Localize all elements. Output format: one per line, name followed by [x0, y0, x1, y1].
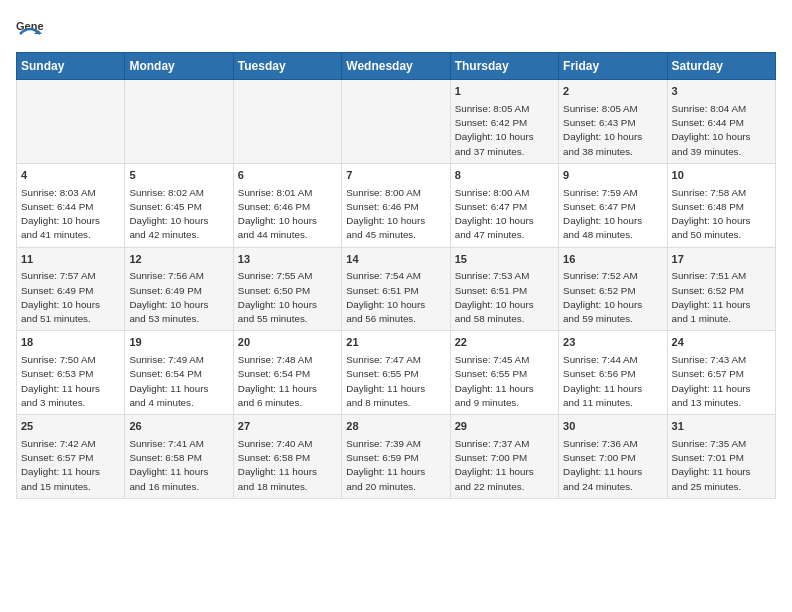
- calendar-cell: 31Sunrise: 7:35 AM Sunset: 7:01 PM Dayli…: [667, 415, 775, 499]
- calendar-cell: 2Sunrise: 8:05 AM Sunset: 6:43 PM Daylig…: [559, 80, 667, 164]
- day-number: 12: [129, 252, 228, 268]
- calendar-cell: 18Sunrise: 7:50 AM Sunset: 6:53 PM Dayli…: [17, 331, 125, 415]
- day-info: Sunrise: 7:53 AM Sunset: 6:51 PM Dayligh…: [455, 269, 554, 326]
- week-row-1: 1Sunrise: 8:05 AM Sunset: 6:42 PM Daylig…: [17, 80, 776, 164]
- week-row-4: 18Sunrise: 7:50 AM Sunset: 6:53 PM Dayli…: [17, 331, 776, 415]
- day-info: Sunrise: 7:35 AM Sunset: 7:01 PM Dayligh…: [672, 437, 771, 494]
- calendar-cell: 1Sunrise: 8:05 AM Sunset: 6:42 PM Daylig…: [450, 80, 558, 164]
- day-header-sunday: Sunday: [17, 53, 125, 80]
- day-info: Sunrise: 8:01 AM Sunset: 6:46 PM Dayligh…: [238, 186, 337, 243]
- day-header-thursday: Thursday: [450, 53, 558, 80]
- day-number: 22: [455, 335, 554, 351]
- day-info: Sunrise: 7:43 AM Sunset: 6:57 PM Dayligh…: [672, 353, 771, 410]
- day-info: Sunrise: 7:51 AM Sunset: 6:52 PM Dayligh…: [672, 269, 771, 326]
- day-number: 15: [455, 252, 554, 268]
- day-info: Sunrise: 8:05 AM Sunset: 6:42 PM Dayligh…: [455, 102, 554, 159]
- day-header-friday: Friday: [559, 53, 667, 80]
- calendar-cell: 9Sunrise: 7:59 AM Sunset: 6:47 PM Daylig…: [559, 163, 667, 247]
- page-header: General: [16, 16, 776, 44]
- day-info: Sunrise: 8:05 AM Sunset: 6:43 PM Dayligh…: [563, 102, 662, 159]
- day-info: Sunrise: 7:44 AM Sunset: 6:56 PM Dayligh…: [563, 353, 662, 410]
- week-row-2: 4Sunrise: 8:03 AM Sunset: 6:44 PM Daylig…: [17, 163, 776, 247]
- day-info: Sunrise: 7:40 AM Sunset: 6:58 PM Dayligh…: [238, 437, 337, 494]
- day-number: 29: [455, 419, 554, 435]
- calendar-cell: 25Sunrise: 7:42 AM Sunset: 6:57 PM Dayli…: [17, 415, 125, 499]
- day-info: Sunrise: 7:50 AM Sunset: 6:53 PM Dayligh…: [21, 353, 120, 410]
- logo: General: [16, 16, 48, 44]
- day-number: 30: [563, 419, 662, 435]
- day-number: 1: [455, 84, 554, 100]
- day-number: 11: [21, 252, 120, 268]
- day-number: 21: [346, 335, 445, 351]
- calendar-cell: 3Sunrise: 8:04 AM Sunset: 6:44 PM Daylig…: [667, 80, 775, 164]
- day-number: 24: [672, 335, 771, 351]
- day-info: Sunrise: 7:59 AM Sunset: 6:47 PM Dayligh…: [563, 186, 662, 243]
- calendar-cell: 22Sunrise: 7:45 AM Sunset: 6:55 PM Dayli…: [450, 331, 558, 415]
- calendar-cell: [233, 80, 341, 164]
- calendar-cell: 21Sunrise: 7:47 AM Sunset: 6:55 PM Dayli…: [342, 331, 450, 415]
- day-info: Sunrise: 7:39 AM Sunset: 6:59 PM Dayligh…: [346, 437, 445, 494]
- day-number: 23: [563, 335, 662, 351]
- day-number: 4: [21, 168, 120, 184]
- day-info: Sunrise: 8:00 AM Sunset: 6:47 PM Dayligh…: [455, 186, 554, 243]
- day-info: Sunrise: 7:55 AM Sunset: 6:50 PM Dayligh…: [238, 269, 337, 326]
- calendar-cell: 10Sunrise: 7:58 AM Sunset: 6:48 PM Dayli…: [667, 163, 775, 247]
- calendar-table: SundayMondayTuesdayWednesdayThursdayFrid…: [16, 52, 776, 499]
- calendar-cell: 19Sunrise: 7:49 AM Sunset: 6:54 PM Dayli…: [125, 331, 233, 415]
- day-number: 19: [129, 335, 228, 351]
- day-number: 14: [346, 252, 445, 268]
- day-info: Sunrise: 8:00 AM Sunset: 6:46 PM Dayligh…: [346, 186, 445, 243]
- day-header-wednesday: Wednesday: [342, 53, 450, 80]
- day-info: Sunrise: 7:37 AM Sunset: 7:00 PM Dayligh…: [455, 437, 554, 494]
- logo-icon: General: [16, 16, 44, 44]
- calendar-cell: 28Sunrise: 7:39 AM Sunset: 6:59 PM Dayli…: [342, 415, 450, 499]
- day-header-saturday: Saturday: [667, 53, 775, 80]
- day-number: 18: [21, 335, 120, 351]
- day-number: 9: [563, 168, 662, 184]
- day-number: 17: [672, 252, 771, 268]
- day-info: Sunrise: 8:03 AM Sunset: 6:44 PM Dayligh…: [21, 186, 120, 243]
- day-info: Sunrise: 7:42 AM Sunset: 6:57 PM Dayligh…: [21, 437, 120, 494]
- calendar-cell: [342, 80, 450, 164]
- day-number: 16: [563, 252, 662, 268]
- calendar-cell: 14Sunrise: 7:54 AM Sunset: 6:51 PM Dayli…: [342, 247, 450, 331]
- day-number: 6: [238, 168, 337, 184]
- day-number: 10: [672, 168, 771, 184]
- day-info: Sunrise: 7:54 AM Sunset: 6:51 PM Dayligh…: [346, 269, 445, 326]
- calendar-cell: 11Sunrise: 7:57 AM Sunset: 6:49 PM Dayli…: [17, 247, 125, 331]
- day-info: Sunrise: 7:49 AM Sunset: 6:54 PM Dayligh…: [129, 353, 228, 410]
- day-number: 8: [455, 168, 554, 184]
- day-header-monday: Monday: [125, 53, 233, 80]
- calendar-cell: [17, 80, 125, 164]
- day-number: 2: [563, 84, 662, 100]
- calendar-cell: 8Sunrise: 8:00 AM Sunset: 6:47 PM Daylig…: [450, 163, 558, 247]
- day-number: 7: [346, 168, 445, 184]
- calendar-cell: 17Sunrise: 7:51 AM Sunset: 6:52 PM Dayli…: [667, 247, 775, 331]
- day-number: 13: [238, 252, 337, 268]
- day-number: 20: [238, 335, 337, 351]
- calendar-cell: 26Sunrise: 7:41 AM Sunset: 6:58 PM Dayli…: [125, 415, 233, 499]
- day-number: 26: [129, 419, 228, 435]
- calendar-cell: 20Sunrise: 7:48 AM Sunset: 6:54 PM Dayli…: [233, 331, 341, 415]
- day-header-tuesday: Tuesday: [233, 53, 341, 80]
- day-number: 28: [346, 419, 445, 435]
- day-number: 3: [672, 84, 771, 100]
- calendar-cell: 5Sunrise: 8:02 AM Sunset: 6:45 PM Daylig…: [125, 163, 233, 247]
- calendar-cell: 27Sunrise: 7:40 AM Sunset: 6:58 PM Dayli…: [233, 415, 341, 499]
- day-info: Sunrise: 8:02 AM Sunset: 6:45 PM Dayligh…: [129, 186, 228, 243]
- week-row-3: 11Sunrise: 7:57 AM Sunset: 6:49 PM Dayli…: [17, 247, 776, 331]
- calendar-cell: 4Sunrise: 8:03 AM Sunset: 6:44 PM Daylig…: [17, 163, 125, 247]
- calendar-cell: [125, 80, 233, 164]
- day-info: Sunrise: 7:56 AM Sunset: 6:49 PM Dayligh…: [129, 269, 228, 326]
- calendar-cell: 16Sunrise: 7:52 AM Sunset: 6:52 PM Dayli…: [559, 247, 667, 331]
- calendar-cell: 30Sunrise: 7:36 AM Sunset: 7:00 PM Dayli…: [559, 415, 667, 499]
- header-row: SundayMondayTuesdayWednesdayThursdayFrid…: [17, 53, 776, 80]
- day-info: Sunrise: 7:47 AM Sunset: 6:55 PM Dayligh…: [346, 353, 445, 410]
- day-info: Sunrise: 7:52 AM Sunset: 6:52 PM Dayligh…: [563, 269, 662, 326]
- day-info: Sunrise: 7:45 AM Sunset: 6:55 PM Dayligh…: [455, 353, 554, 410]
- day-info: Sunrise: 8:04 AM Sunset: 6:44 PM Dayligh…: [672, 102, 771, 159]
- calendar-cell: 7Sunrise: 8:00 AM Sunset: 6:46 PM Daylig…: [342, 163, 450, 247]
- calendar-cell: 23Sunrise: 7:44 AM Sunset: 6:56 PM Dayli…: [559, 331, 667, 415]
- day-info: Sunrise: 7:41 AM Sunset: 6:58 PM Dayligh…: [129, 437, 228, 494]
- day-number: 31: [672, 419, 771, 435]
